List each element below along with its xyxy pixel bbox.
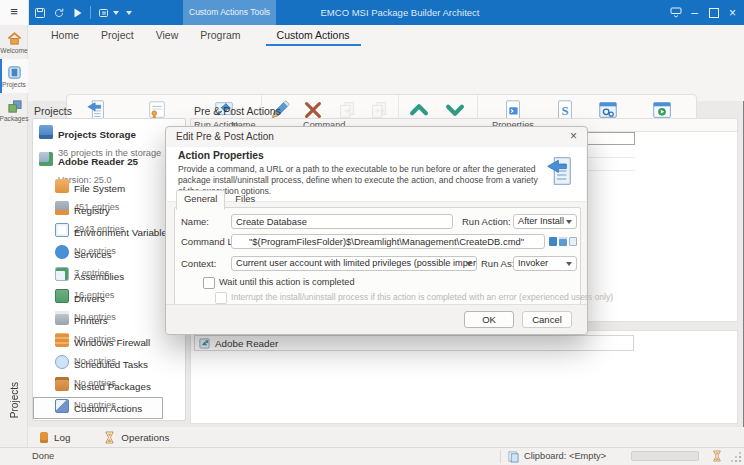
save-project-icon[interactable] [34, 7, 46, 19]
sidebar-item-label: Projects [2, 81, 26, 88]
toolbar-separator [90, 6, 91, 19]
tree-item-registry[interactable]: Registry2943 entries [33, 199, 185, 221]
action-properties-icon [545, 155, 577, 187]
projects-storage-icon [39, 125, 53, 139]
dialog-title: Edit Pre & Post Action [176, 127, 274, 147]
name-field[interactable] [231, 214, 453, 229]
insert-variable-icon[interactable] [549, 237, 557, 246]
cancel-button[interactable]: Cancel [522, 311, 572, 328]
tab-custom-actions[interactable]: Custom Actions [266, 25, 361, 46]
tab-label: Log [54, 432, 70, 443]
projects-icon [7, 65, 22, 80]
dialog-footer: OK Cancel [166, 304, 587, 334]
run-action-select[interactable]: After Install [513, 214, 577, 229]
run-as-select[interactable]: Invoker [513, 256, 577, 271]
close-button[interactable]: × [723, 0, 742, 25]
tab-files[interactable]: Files [227, 190, 263, 208]
tree-item-assemblies[interactable]: Assemblies16 entries [33, 265, 185, 287]
edit-pre-post-action-dialog: Edit Pre & Post Action × Action Properti… [165, 126, 588, 335]
sidebar-item-projects[interactable]: Projects [0, 59, 28, 93]
tree-item-projects-storage[interactable]: Projects Storage36 projects in the stora… [33, 123, 185, 145]
clipboard-status: Clipboard: <Empty> [524, 448, 606, 464]
nested-packages-icon [55, 377, 69, 391]
wait-until-completed-checkbox[interactable] [203, 277, 215, 289]
tree-item-windows-firewall[interactable]: Windows FirewallNo entries [33, 331, 185, 353]
tree-item-environment-variables[interactable]: Environment VariablesNo entries [33, 221, 185, 243]
progress-indicator [631, 451, 699, 461]
status-bar: Done Clipboard: <Empty> [0, 447, 744, 465]
services-icon [55, 245, 69, 259]
tab-general[interactable]: General [176, 190, 225, 210]
tree-item-scheduled-tasks[interactable]: Scheduled TasksNo entries [33, 353, 185, 375]
customize-quick-access-icon[interactable] [126, 11, 132, 15]
ok-button[interactable]: OK [464, 311, 514, 328]
hourglass-icon [104, 431, 115, 444]
run-icon[interactable] [72, 7, 83, 19]
package-name: Adobe Reader [215, 338, 278, 349]
run-as-label: Run As: [481, 256, 514, 271]
page-title: Pre & Post Actions [194, 105, 281, 117]
tab-program[interactable]: Program [189, 25, 251, 46]
minimize-button[interactable]: – [685, 0, 704, 25]
tab-label: Operations [121, 432, 169, 443]
wait-until-completed-label: Wait until this action is completed [219, 276, 355, 288]
status-hourglass-icon [712, 450, 722, 462]
build-package-icon[interactable] [98, 7, 119, 19]
sidebar-item-welcome[interactable]: Welcome [0, 25, 28, 59]
ribbon-options-icon[interactable] [666, 0, 685, 25]
status-separator [500, 450, 501, 463]
drivers-icon [55, 289, 69, 303]
tab-operations[interactable]: Operations [104, 431, 169, 444]
status-message: Done [32, 448, 54, 464]
resize-grip[interactable] [739, 460, 741, 462]
name-label: Name: [181, 214, 209, 229]
tree-item-nested-packages[interactable]: Nested PackagesNo entries [33, 375, 185, 397]
command-line-field[interactable] [231, 234, 545, 249]
tree-item-printers[interactable]: PrintersNo entries [33, 309, 185, 331]
tab-view[interactable]: View [145, 25, 190, 46]
activity-bar: Welcome Projects Packages Projects [0, 25, 28, 447]
custom-actions-icon [55, 399, 69, 413]
bottom-tab-bar: Log Operations [28, 427, 744, 447]
packages-icon [7, 99, 22, 114]
sidebar-item-packages[interactable]: Packages [0, 93, 28, 127]
clipboard-icon [508, 451, 519, 463]
browse-file-icon[interactable] [559, 237, 567, 246]
tab-home[interactable]: Home [40, 25, 90, 46]
app-menu-button[interactable]: ≡ [0, 0, 29, 25]
title-bar: Custom Actions Tools EMCO MSI Package Bu… [0, 0, 744, 25]
tree-item-file-system[interactable]: File System451 entries [33, 177, 185, 199]
tab-project[interactable]: Project [90, 25, 145, 46]
package-row[interactable]: Adobe Reader [194, 335, 634, 351]
project-icon [39, 152, 53, 166]
tree-item-drivers[interactable]: DriversNo entries [33, 287, 185, 309]
sidebar-item-label: Welcome [0, 47, 27, 54]
file-system-icon [55, 179, 69, 193]
printers-icon [55, 311, 69, 325]
home-icon [7, 31, 22, 46]
browse-folder-icon[interactable] [569, 237, 577, 246]
msi-package-icon [199, 338, 210, 349]
window-controls: – × [666, 0, 742, 25]
ribbon: Pre & Post Action SAM Licenses Installat… [28, 46, 744, 101]
app-window: Custom Actions Tools EMCO MSI Package Bu… [0, 0, 744, 465]
quick-access-toolbar [34, 0, 132, 25]
contextual-tab-group: Custom Actions Tools [183, 0, 276, 25]
ribbon-tab-bar: Home Project View Program Custom Actions [28, 25, 744, 46]
refresh-icon[interactable] [53, 7, 65, 19]
context-label: Context: [181, 256, 216, 271]
sidebar-item-label: Packages [0, 115, 28, 122]
dialog-close-button[interactable]: × [565, 129, 582, 145]
dialog-header-title: Action Properties [178, 150, 264, 161]
packages-panel: Adobe Reader [190, 330, 738, 424]
rail-footer-label: Projects [0, 365, 28, 435]
windows-firewall-icon [55, 333, 69, 347]
svg-text:S: S [561, 104, 568, 118]
assemblies-icon [55, 267, 69, 281]
projects-tree: Projects Storage36 projects in the stora… [32, 118, 186, 421]
tree-item-adobe-reader[interactable]: Adobe Reader 25Version: 25.0 [33, 150, 185, 172]
context-select[interactable]: Current user account with limited privil… [231, 256, 477, 271]
window-title: EMCO MSI Package Builder Architect [290, 0, 510, 25]
tab-log[interactable]: Log [40, 432, 70, 443]
maximize-button[interactable] [704, 0, 723, 25]
